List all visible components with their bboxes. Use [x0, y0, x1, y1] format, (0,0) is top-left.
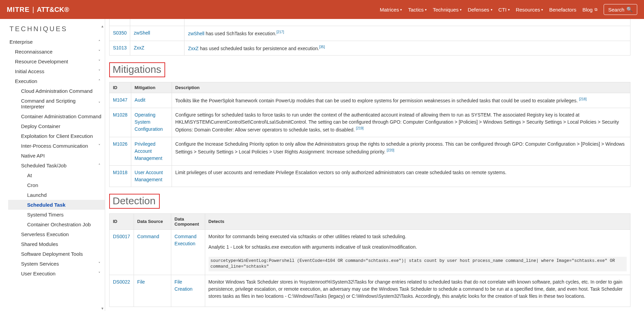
- tree-item-scheduled-task-job[interactable]: Scheduled Task/Job˄: [8, 161, 105, 170]
- tree-item-scheduled-task[interactable]: Scheduled Task: [8, 200, 105, 210]
- nav-blog[interactable]: Blog⧉: [582, 7, 598, 13]
- tree-label: Scheduled Task/Job: [21, 163, 66, 168]
- chevron-down-icon[interactable]: ˅: [97, 69, 102, 74]
- id-link[interactable]: S1013: [113, 45, 126, 50]
- source-link[interactable]: Command: [137, 234, 159, 239]
- code-block: sourcetype=WinEventLog:Powershell (Event…: [209, 257, 627, 271]
- tree-label: Container Orchestration Job: [27, 222, 91, 227]
- nav-matrices[interactable]: Matrices▾: [380, 7, 402, 13]
- chevron-down-icon[interactable]: ˅: [97, 144, 102, 148]
- tree-item-shared-modules[interactable]: Shared Modules: [8, 239, 105, 249]
- tree-item-native-api[interactable]: Native API: [8, 151, 105, 161]
- tree-label: Systemd Timers: [27, 212, 64, 217]
- tree-item-container-administration-command[interactable]: Container Administration Command: [8, 111, 105, 121]
- id-link[interactable]: DS0017: [113, 234, 130, 239]
- chevron-down-icon: ▾: [491, 8, 492, 12]
- ref-link[interactable]: [220]: [387, 148, 394, 152]
- tree-item-systemd-timers[interactable]: Systemd Timers: [8, 210, 105, 220]
- chevron-up-icon[interactable]: ˄: [97, 40, 102, 44]
- name-link[interactable]: User Account Management: [135, 170, 163, 182]
- tree-label: Command and Scripting Interpreter: [21, 98, 97, 109]
- tree-item-execution[interactable]: Execution˄: [8, 76, 105, 86]
- ref-link[interactable]: [218]: [579, 97, 586, 101]
- table-row: DS0022FileFile CreationMonitor Windows T…: [110, 275, 630, 307]
- mitigations-heading-text: Mitigations: [109, 62, 165, 77]
- search-button[interactable]: Search🔍: [604, 4, 637, 15]
- chevron-down-icon[interactable]: ˅: [97, 59, 102, 64]
- name-link[interactable]: ZxxZ: [134, 45, 144, 50]
- tree-label: Launchd: [27, 192, 47, 198]
- nav-cti[interactable]: CTI▾: [499, 7, 510, 13]
- tree-item-initial-access[interactable]: Initial Access˅: [8, 66, 105, 76]
- tree-item-enterprise[interactable]: Enterprise˄: [8, 37, 105, 47]
- chevron-up-icon[interactable]: ˄: [97, 163, 102, 168]
- name-link[interactable]: Privileged Account Management: [135, 141, 162, 161]
- chevron-down-icon[interactable]: ˅: [97, 262, 102, 266]
- main-nav: Matrices▾Tactics▾Techniques▾Defenses▾CTI…: [380, 4, 637, 15]
- ref-link[interactable]: [35]: [319, 45, 325, 49]
- chevron-down-icon[interactable]: ˅: [97, 271, 102, 276]
- chevron-down-icon[interactable]: ˅: [97, 101, 102, 106]
- mitigations-heading: Mitigations: [109, 62, 630, 77]
- tree-item-cron[interactable]: Cron: [8, 180, 105, 190]
- id-link[interactable]: M1018: [113, 170, 128, 175]
- component-link[interactable]: File Creation: [175, 279, 193, 292]
- scroll-up-icon[interactable]: ▲: [101, 24, 104, 28]
- ref-link[interactable]: [217]: [276, 30, 284, 34]
- search-icon: 🔍: [626, 6, 633, 13]
- tree-item-serverless-execution[interactable]: Serverless Execution: [8, 229, 105, 239]
- tree-item-at[interactable]: At: [8, 170, 105, 180]
- name-link[interactable]: Audit: [135, 97, 145, 103]
- tree-item-cloud-administration-command[interactable]: Cloud Administration Command: [8, 86, 105, 96]
- col-component: Data Component: [171, 213, 205, 229]
- col-description: Description: [172, 82, 630, 93]
- chevron-down-icon[interactable]: ˅: [97, 49, 102, 54]
- chevron-down-icon: ▾: [425, 8, 427, 12]
- nav-tactics[interactable]: Tactics▾: [408, 7, 427, 13]
- tree-item-system-services[interactable]: System Services˅: [8, 259, 105, 269]
- tree-item-launchd[interactable]: Launchd: [8, 190, 105, 200]
- nav-techniques[interactable]: Techniques▾: [433, 7, 462, 13]
- detection-heading: Detection: [109, 194, 630, 209]
- id-link[interactable]: S0350: [113, 30, 126, 36]
- col-mitigation: Mitigation: [131, 82, 172, 93]
- tree-label: Cloud Administration Command: [21, 88, 93, 94]
- tree-item-command-and-scripting-interpreter[interactable]: Command and Scripting Interpreter˅: [8, 96, 105, 111]
- detection-table: ID Data Source Data Component Detects DS…: [109, 213, 630, 307]
- tree-item-user-execution[interactable]: User Execution˅: [8, 269, 105, 278]
- id-link[interactable]: M1026: [113, 141, 128, 147]
- source-link[interactable]: File: [137, 279, 145, 285]
- tree-item-deploy-container[interactable]: Deploy Container: [8, 121, 105, 131]
- id-link[interactable]: M1047: [113, 97, 128, 103]
- table-row: M1028Operating System ConfigurationConfi…: [110, 108, 630, 137]
- nav-defenses[interactable]: Defenses▾: [468, 7, 492, 13]
- logo[interactable]: MITRE | ATT&CK®: [7, 6, 69, 14]
- name-link[interactable]: zwShell: [134, 30, 150, 36]
- desc-link[interactable]: ZxxZ: [188, 45, 198, 51]
- scroll-down-icon[interactable]: ▼: [101, 307, 104, 310]
- main-content: S0350zwShellzwShell has used SchTasks fo…: [105, 19, 644, 311]
- id-link[interactable]: DS0022: [113, 279, 130, 285]
- nav-resources[interactable]: Resources▾: [516, 7, 543, 13]
- nav-benefactors[interactable]: Benefactors: [549, 7, 576, 13]
- id-link[interactable]: M1028: [113, 112, 128, 118]
- component-link[interactable]: Command Execution: [175, 234, 197, 246]
- tree-item-container-orchestration-job[interactable]: Container Orchestration Job: [8, 220, 105, 229]
- tree-label: Exploitation for Client Execution: [21, 133, 93, 139]
- tree-label: Scheduled Task: [27, 202, 65, 208]
- sidebar-title: TECHNIQUES: [8, 25, 105, 33]
- tree-label: Container Administration Command: [21, 113, 101, 119]
- tree-item-resource-development[interactable]: Resource Development˅: [8, 57, 105, 66]
- desc-text: Configure settings for scheduled tasks t…: [175, 112, 619, 132]
- chevron-up-icon[interactable]: ˄: [97, 79, 102, 84]
- chevron-down-icon: ▾: [508, 8, 510, 12]
- logo-mitre: MITRE: [7, 6, 30, 14]
- tree-item-reconnaissance[interactable]: Reconnaissance˅: [8, 47, 105, 57]
- ref-link[interactable]: [219]: [356, 126, 364, 130]
- desc-link[interactable]: zwShell: [188, 31, 204, 36]
- tree-item-exploitation-for-client-execution[interactable]: Exploitation for Client Execution: [8, 131, 105, 141]
- name-link[interactable]: Operating System Configuration: [135, 112, 163, 132]
- col-id: ID: [110, 213, 134, 229]
- tree-item-inter-process-communication[interactable]: Inter-Process Communication˅: [8, 141, 105, 151]
- tree-item-software-deployment-tools[interactable]: Software Deployment Tools: [8, 249, 105, 259]
